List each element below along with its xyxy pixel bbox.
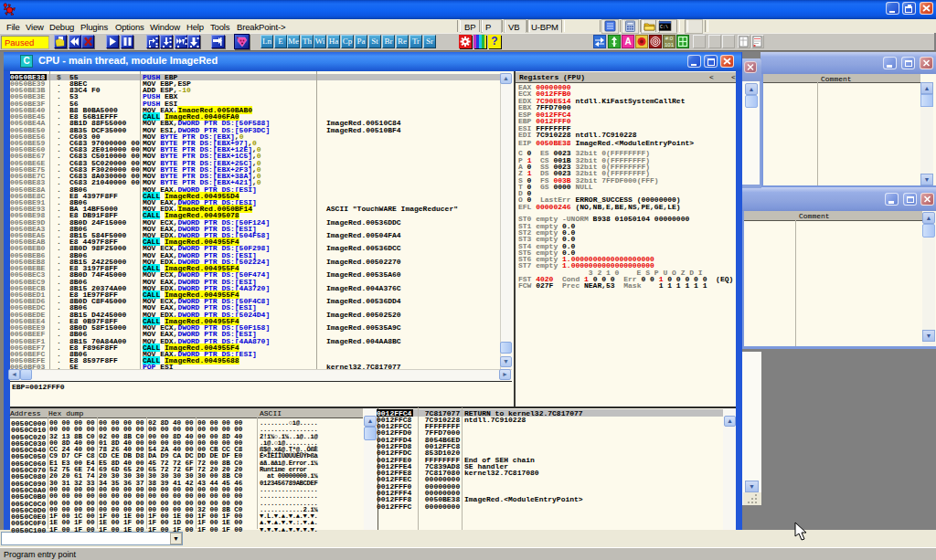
svg-text:C:\: C:\ xyxy=(660,25,668,30)
